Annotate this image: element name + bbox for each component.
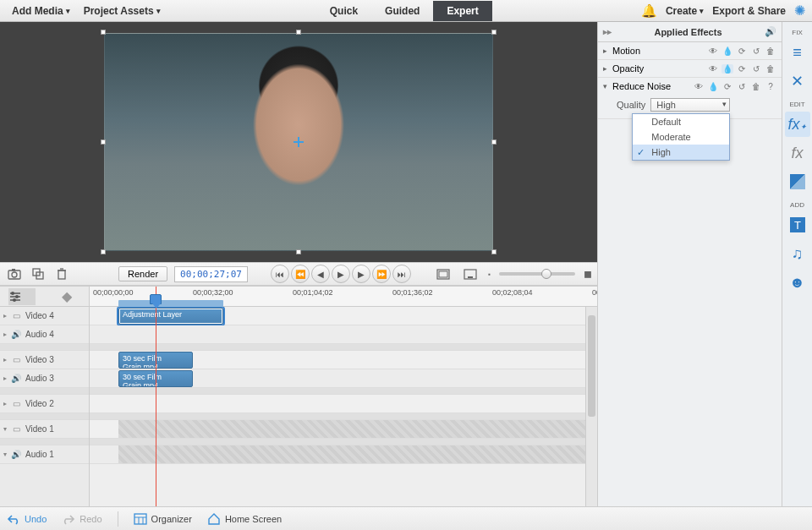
project-assets-menu[interactable]: Project Assets▾	[77, 2, 167, 20]
handle-s[interactable]	[296, 249, 301, 254]
zoom-slider[interactable]	[499, 272, 575, 276]
effect-expand-icon[interactable]: ▸	[603, 46, 607, 55]
tab-quick[interactable]: Quick	[316, 1, 371, 21]
filmstrip-icon[interactable]: ▭	[10, 399, 22, 408]
graphics-icon[interactable]: ☻	[785, 270, 810, 295]
freeze-frame-icon[interactable]	[29, 265, 47, 283]
effect-expand-icon[interactable]: ▾	[603, 82, 607, 90]
track-expand-icon[interactable]: ▸	[3, 400, 7, 407]
home-screen-button[interactable]: Home Screen	[207, 513, 282, 525]
tab-guided[interactable]: Guided	[371, 1, 433, 21]
effect-header[interactable]: ▸Opacity👁💧⟳↺🗑	[598, 60, 782, 77]
track-header[interactable]: ▸▭Video 3	[0, 351, 89, 369]
handle-nw[interactable]	[101, 30, 106, 35]
track-row[interactable]: 30 sec Film Grain.mp4	[90, 369, 597, 388]
redo-button[interactable]: Redo	[62, 513, 102, 525]
trash-icon[interactable]: 🗑	[750, 82, 762, 91]
clip[interactable]: Adjustment Layer	[118, 308, 223, 325]
speaker-icon[interactable]: 🔊	[10, 450, 22, 459]
track-row[interactable]	[90, 325, 597, 344]
trash-icon[interactable]: 🗑	[765, 46, 776, 56]
filmstrip-icon[interactable]: ▭	[10, 355, 22, 364]
time-ruler[interactable]: 00;00;00;0000;00;32;0000;01;04;0200;01;3…	[90, 287, 597, 307]
export-share-button[interactable]: Export & Share	[712, 5, 786, 17]
playhead[interactable]	[156, 287, 156, 506]
create-menu[interactable]: Create▾	[666, 5, 704, 17]
track-header[interactable]: ▸▭Video 4	[0, 307, 89, 325]
transitions-icon[interactable]	[785, 169, 810, 194]
track-header[interactable]: ▾▭Video 1	[0, 420, 89, 439]
reset-icon[interactable]: ↺	[750, 64, 762, 74]
step-forward-icon[interactable]: ▶	[352, 265, 370, 283]
audio-effects-icon[interactable]: 🔊	[760, 26, 782, 37]
zoom-out-icon[interactable]: ▪	[488, 270, 491, 278]
timeline-options-icon[interactable]	[8, 288, 36, 305]
panel-collapse-icon[interactable]: ▸▸	[598, 27, 617, 36]
fullscreen-icon[interactable]	[461, 265, 480, 283]
timecode-input[interactable]: 00;00;27;07	[174, 266, 248, 282]
eye-icon[interactable]: 👁	[693, 82, 705, 91]
stopwatch-icon[interactable]: ⟳	[736, 64, 748, 74]
titles-icon[interactable]: T	[785, 212, 810, 238]
track-row[interactable]: 30 sec Film Grain.mp4	[90, 351, 597, 369]
track-expand-icon[interactable]: ▾	[3, 425, 7, 433]
help-icon[interactable]: ?	[765, 82, 776, 91]
quality-option[interactable]: High	[633, 145, 729, 160]
tab-expert[interactable]: Expert	[433, 1, 491, 21]
track-row[interactable]	[90, 395, 597, 413]
notifications-icon[interactable]: 🔔	[641, 3, 657, 19]
track-row[interactable]: Adjustment Layer	[90, 307, 597, 325]
rewind-icon[interactable]: ⏪	[291, 265, 310, 283]
tools-icon[interactable]: ✕	[785, 68, 810, 94]
track-header[interactable]: ▸▭Video 2	[0, 395, 89, 413]
track-expand-icon[interactable]: ▸	[3, 312, 7, 320]
quality-option[interactable]: Default	[633, 114, 729, 129]
render-button[interactable]: Render	[118, 266, 167, 281]
handle-e[interactable]	[491, 139, 497, 145]
track-header[interactable]: ▾🔊Audio 1	[0, 445, 89, 464]
organizer-button[interactable]: Organizer	[134, 513, 192, 525]
filmstrip-icon[interactable]: ▭	[10, 311, 22, 320]
effect-header[interactable]: ▸Motion👁💧⟳↺🗑	[598, 42, 782, 59]
track-expand-icon[interactable]: ▾	[3, 451, 7, 458]
add-media-menu[interactable]: Add Media▾	[5, 2, 77, 20]
effects-icon[interactable]: fx	[785, 140, 810, 166]
effect-header[interactable]: ▾Reduce Noise👁💧⟳↺🗑?	[598, 78, 782, 95]
eye-icon[interactable]: 👁	[707, 64, 719, 74]
reset-icon[interactable]: ↺	[750, 46, 762, 56]
speaker-icon[interactable]: 🔊	[10, 374, 22, 383]
handle-ne[interactable]	[491, 30, 497, 35]
play-icon[interactable]: ▶	[332, 265, 350, 283]
music-icon[interactable]: ♫	[785, 241, 810, 266]
track-expand-icon[interactable]: ▸	[3, 374, 7, 382]
stopwatch-icon[interactable]: ⟳	[721, 82, 733, 91]
undo-button[interactable]: Undo	[7, 513, 47, 525]
handle-se[interactable]	[491, 249, 497, 254]
zoom-in-icon[interactable]: ◼	[584, 268, 592, 280]
tracks-area[interactable]: Adjustment Layer30 sec Film Grain.mp430 …	[90, 307, 597, 506]
preview-canvas[interactable]	[104, 33, 493, 251]
goto-start-icon[interactable]: ⏮	[271, 265, 289, 283]
handle-w[interactable]	[101, 139, 106, 145]
effect-expand-icon[interactable]: ▸	[603, 64, 607, 73]
safe-margins-icon[interactable]	[434, 265, 453, 283]
adjust-sliders-icon[interactable]: ≡	[785, 40, 810, 65]
quality-option[interactable]: Moderate	[633, 129, 729, 145]
track-header[interactable]: ▸🔊Audio 4	[0, 325, 89, 344]
track-row[interactable]	[90, 445, 597, 464]
reset-icon[interactable]: ↺	[736, 82, 748, 91]
goto-end-icon[interactable]: ⏭	[392, 265, 411, 283]
snapshot-icon[interactable]	[5, 265, 24, 283]
filmstrip-icon[interactable]: ▭	[10, 424, 22, 434]
trash-icon[interactable]: 🗑	[765, 64, 776, 74]
timeline-vscroll[interactable]	[585, 307, 597, 506]
track-expand-icon[interactable]: ▸	[3, 356, 7, 363]
handle-sw[interactable]	[101, 249, 106, 254]
handle-n[interactable]	[296, 30, 301, 35]
track-header[interactable]: ▸🔊Audio 3	[0, 369, 89, 388]
work-area-bar[interactable]	[118, 300, 223, 307]
drop-icon[interactable]: 💧	[721, 64, 733, 74]
track-row[interactable]	[90, 420, 597, 439]
marker-icon[interactable]: ◆	[53, 285, 80, 308]
step-back-icon[interactable]: ◀	[311, 265, 330, 283]
